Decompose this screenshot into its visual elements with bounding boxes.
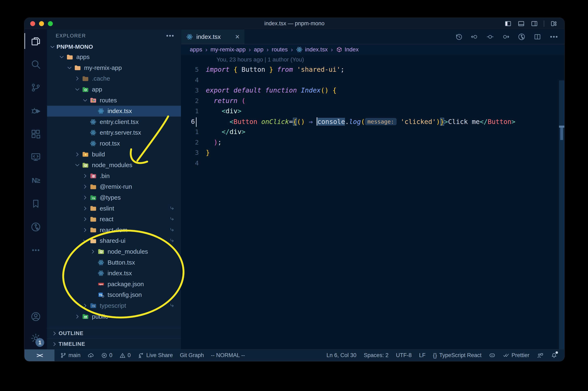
tree-item-index-tsx[interactable]: index.tsx	[47, 268, 181, 279]
breadcrumb-item-app[interactable]: app	[254, 46, 264, 53]
status-item-cursor-position[interactable]: Ln 6, Col 30	[326, 352, 357, 359]
status-item-feedback[interactable]	[537, 352, 543, 359]
tree-item-index-tsx[interactable]: index.tsx	[47, 106, 181, 116]
line-number[interactable]: 3	[181, 87, 206, 94]
activity-item-settings[interactable]: 1	[24, 327, 47, 349]
tree-item-react-dom[interactable]: react-dom	[47, 225, 181, 236]
code-editor[interactable]: You, 23 hours ago | 1 author (You) 5impo…	[181, 55, 564, 349]
layout-panel-icon[interactable]	[517, 20, 525, 27]
line-number[interactable]: 6	[181, 118, 206, 125]
code-line[interactable]: 5import { Button } from 'shared-ui';	[181, 64, 564, 75]
sidebar-panel-outline[interactable]: OUTLINE	[47, 328, 181, 339]
remote-indicator[interactable]: ><	[24, 349, 54, 361]
status-item-warnings[interactable]: 0	[119, 352, 131, 359]
activity-item-bookmarks[interactable]	[24, 192, 47, 215]
status-item-prettier[interactable]: Prettier	[503, 352, 529, 359]
status-item-errors[interactable]: 0	[101, 352, 112, 359]
tree-item-entry-client-tsx[interactable]: entry.client.tsx	[47, 116, 181, 127]
history-icon[interactable]	[455, 33, 463, 41]
status-item-vim-mode[interactable]: -- NORMAL --	[211, 352, 245, 359]
breadcrumb-item-my-remix-app[interactable]: my-remix-app	[210, 46, 246, 53]
tree-item--bin[interactable]: 0110.bin	[47, 171, 181, 182]
tree-item-my-remix-app[interactable]: my-remix-app	[47, 63, 181, 73]
layout-sidebar-left-icon[interactable]	[504, 20, 512, 27]
code-line[interactable]: 1 </div>	[181, 127, 564, 137]
tree-item-build[interactable]: build	[47, 149, 181, 160]
tree-item-node-modules[interactable]: JSnode_modules	[47, 160, 181, 171]
zoom-window-button[interactable]	[48, 21, 53, 26]
activity-item-run-debug[interactable]	[24, 99, 47, 122]
breadcrumb-item-index[interactable]: Index	[336, 46, 359, 53]
next-change-icon[interactable]	[502, 33, 510, 41]
tree-item-tsconfig-json[interactable]: TStsconfig.json	[47, 290, 181, 300]
minimize-window-button[interactable]	[39, 21, 44, 26]
vertical-scrollbar[interactable]	[559, 80, 564, 349]
tree-item--types[interactable]: TS@types	[47, 192, 181, 203]
activity-item-account[interactable]	[24, 306, 47, 327]
tree-item-package-json[interactable]: npmpackage.json	[47, 279, 181, 290]
close-tab-icon[interactable]: ×	[235, 33, 240, 40]
status-item-git-graph[interactable]: Git Graph	[180, 352, 204, 359]
layout-sidebar-right-icon[interactable]	[531, 20, 538, 27]
line-number[interactable]: 1	[181, 107, 206, 115]
tree-item-button-tsx[interactable]: Button.tsx	[47, 257, 181, 268]
activity-item-source-control[interactable]	[24, 76, 47, 99]
tree-item-typescript[interactable]: TStypescript	[47, 300, 181, 311]
activity-item-nx-console[interactable]: N≥	[24, 169, 47, 192]
line-number[interactable]: 1	[181, 128, 206, 135]
activity-item-gitlens[interactable]	[24, 215, 47, 238]
status-item-notifications[interactable]	[551, 352, 557, 359]
line-number[interactable]: 2	[181, 97, 206, 104]
activity-item-extensions[interactable]	[24, 122, 47, 146]
code-line[interactable]: 2 );	[181, 137, 564, 148]
status-item-eol[interactable]: LF	[419, 352, 426, 359]
sidebar-panel-timeline[interactable]: TIMELINE	[47, 339, 181, 349]
tree-item-node-modules[interactable]: JSnode_modules	[47, 246, 181, 257]
tree-item--cache[interactable]: .cache	[47, 73, 181, 84]
code-line[interactable]: 3export default function Index() {	[181, 85, 564, 96]
activity-item-remote-explorer[interactable]	[24, 146, 47, 169]
line-number[interactable]: 3	[181, 149, 206, 156]
status-item-encoding[interactable]: UTF-8	[396, 352, 412, 359]
gitlens-graph-icon[interactable]	[517, 33, 526, 41]
activity-item-more-views[interactable]	[24, 238, 47, 262]
tree-item-root-tsx[interactable]: root.tsx	[47, 138, 181, 149]
split-editor-icon[interactable]	[534, 33, 541, 41]
breadcrumb-item-routes[interactable]: routes	[272, 46, 288, 53]
status-item-branch[interactable]: main	[60, 352, 81, 359]
views-and-more-actions-icon[interactable]	[165, 31, 175, 40]
tree-item--remix-run[interactable]: @remix-run	[47, 181, 181, 192]
close-window-button[interactable]	[30, 21, 35, 26]
line-number[interactable]: 2	[181, 139, 206, 146]
prev-change-icon[interactable]	[471, 33, 479, 41]
line-number[interactable]: 4	[181, 76, 206, 84]
breadcrumb-item-apps[interactable]: apps	[190, 46, 202, 53]
code-line[interactable]: 4	[181, 75, 564, 85]
line-number[interactable]: 5	[181, 66, 206, 73]
code-line[interactable]: 4	[181, 158, 564, 168]
code-line[interactable]: 3}	[181, 147, 564, 158]
tree-item-routes[interactable]: routes	[47, 95, 181, 106]
line-number[interactable]: 4	[181, 159, 206, 167]
tree-item-app[interactable]: app	[47, 84, 181, 95]
code-line[interactable]: 1 <div>	[181, 106, 564, 116]
tree-item-shared-ui[interactable]: shared-ui	[47, 235, 181, 246]
activity-item-search[interactable]	[24, 53, 47, 76]
status-item-copilot[interactable]	[489, 352, 495, 359]
tab-index-tsx[interactable]: index.tsx ×	[181, 29, 244, 44]
status-item-live-share[interactable]: Live Share	[138, 352, 173, 359]
customize-layout-icon[interactable]	[550, 20, 557, 27]
status-item-sync[interactable]	[88, 352, 94, 359]
tree-item-eslint[interactable]: eslint	[47, 203, 181, 214]
activity-item-explorer[interactable]	[24, 29, 47, 53]
change-icon[interactable]	[486, 33, 494, 41]
workspace-section-header[interactable]: PNPM-MONO	[47, 42, 181, 52]
tree-item-entry-server-tsx[interactable]: entry.server.tsx	[47, 127, 181, 138]
tree-item-react[interactable]: react	[47, 214, 181, 225]
ellipsis-icon[interactable]	[549, 32, 559, 42]
code-line[interactable]: 6 <Button onClick={() ⇒ console.log(mess…	[181, 116, 564, 127]
tree-item-apps[interactable]: apps	[47, 52, 181, 63]
tree-item-public[interactable]: public	[47, 311, 181, 322]
breadcrumb-item-index-tsx[interactable]: index.tsx	[296, 46, 328, 53]
status-item-language-mode[interactable]: {}TypeScript React	[433, 352, 482, 359]
